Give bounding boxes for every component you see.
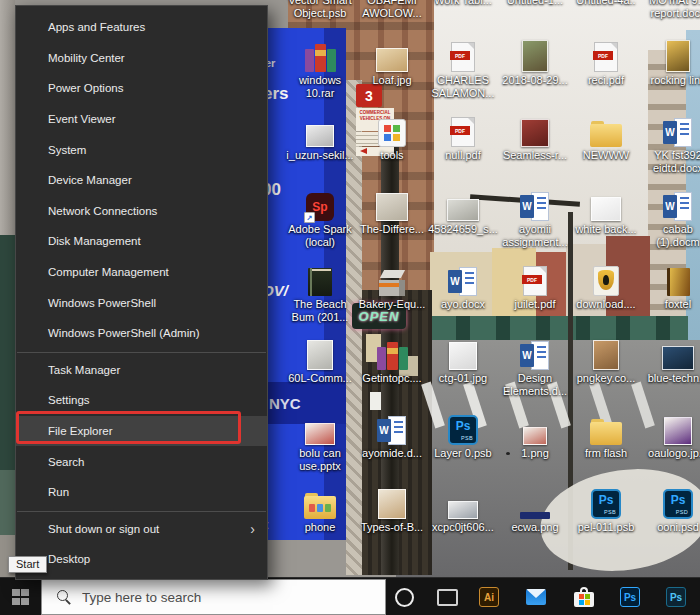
taskbar-button-mail[interactable]	[514, 578, 558, 615]
desktop-icon-ooni-psd[interactable]: PsPSDooni.psd	[644, 485, 700, 534]
word-icon: W	[377, 411, 407, 445]
menu-item-run[interactable]: Run	[16, 477, 267, 508]
desktop-icon-tools[interactable]: tools	[358, 113, 426, 162]
menu-item-system[interactable]: System	[16, 134, 267, 165]
desktop-icon-download[interactable]: download....	[572, 262, 640, 311]
desktop-icon-yk-fst392-eidtd-docx[interactable]: WYK fst392eidtd.docx	[644, 113, 700, 174]
desktop-icon-loaf-jpg[interactable]: Loaf.jpg	[358, 38, 426, 87]
desktop-icon-oaulogo-jp[interactable]: oaulogo.jp...	[644, 411, 700, 460]
desktop-icon-60l-comm[interactable]: 60L-Comm...	[286, 336, 354, 385]
desktop-icon-pel-011-psb[interactable]: PsPSBpel-011.psb	[572, 485, 640, 534]
taskbar-button-photoshop[interactable]: Ps	[608, 578, 652, 615]
menu-item-network-connections[interactable]: Network Connections	[16, 196, 267, 227]
pdf-page: PDF	[594, 42, 618, 72]
menu-item-device-manager[interactable]: Device Manager	[16, 165, 267, 196]
icon-label: The-Differe...	[360, 223, 424, 236]
desktop-icon-foxtel[interactable]: foxtel	[644, 262, 700, 311]
menu-item-disk-management[interactable]: Disk Management	[16, 226, 267, 257]
menu-item-windows-powershell[interactable]: Windows PowerShell	[16, 287, 267, 318]
desktop-icon-types-of-b[interactable]: Types-of-B...	[358, 485, 426, 534]
desktop-icon-newww[interactable]: NEWWW	[572, 113, 640, 162]
desktop-icon-ctg-01-jpg[interactable]: ctg-01.jpg	[429, 336, 497, 385]
menu-item-desktop[interactable]: Desktop	[16, 544, 267, 575]
desktop-icon-the-beach-bum-201[interactable]: The BeachBum (201...	[286, 262, 354, 323]
thumb-icon	[591, 187, 621, 221]
taskbar-button-store[interactable]	[562, 578, 606, 615]
desktop-icon-untitled-1[interactable]: Untitled-1...	[501, 0, 569, 7]
desktop-icon-charles-salamon[interactable]: PDFCHARLESSALAMON...	[429, 38, 497, 99]
desktop-icon-null-pdf[interactable]: PDFnull.pdf	[429, 113, 497, 162]
desktop-icon-layer-0-psb[interactable]: PsPSBLayer 0.psb	[429, 411, 497, 460]
desktop-icon-1-png[interactable]: 1.png	[501, 411, 569, 460]
menu-item-event-viewer[interactable]: Event Viewer	[16, 104, 267, 135]
taskbar-search[interactable]	[41, 579, 386, 615]
desktop-icon-white-back[interactable]: white back...	[572, 187, 640, 236]
icon-label: cabab(1).docm	[656, 223, 699, 248]
tv-mark-1	[459, 592, 462, 595]
menu-item-task-manager[interactable]: Task Manager	[16, 355, 267, 386]
desktop-icon-reci-pdf[interactable]: PDFreci.pdf	[572, 38, 640, 87]
icon-label: null.pdf	[445, 149, 480, 162]
menu-item-shut-down-or-sign-out[interactable]: Shut down or sign out›	[16, 514, 267, 545]
start-tooltip: Start	[8, 556, 47, 573]
taskbar-button-photoshop-alt[interactable]: Ps	[654, 578, 698, 615]
desktop-icon-2018-08-29[interactable]: 2018-08-29...	[501, 38, 569, 87]
desktop-icon-frm-flash[interactable]: frm flash	[572, 411, 640, 460]
desktop-icon-obafemi-awolow[interactable]: OBAFEMIAWOLOW...	[358, 0, 426, 19]
desktop-icon-45824659-s[interactable]: 45824659_s...	[429, 187, 497, 236]
icon-label-line: OBAFEMI	[362, 0, 422, 7]
icon-label: ayo.docx	[441, 298, 485, 311]
desktop-icon-ayo-docx[interactable]: Wayo.docx	[429, 262, 497, 311]
desktop-icon-seamless-r[interactable]: Seamless-r...	[501, 113, 569, 162]
desktop-icon-rocking-link[interactable]: rocking link	[644, 38, 700, 87]
icon-label: Layer 0.psb	[434, 447, 491, 460]
icon-label-line: ayomide.d...	[362, 447, 422, 460]
menu-item-computer-management[interactable]: Computer Management	[16, 257, 267, 288]
icon-label: ecwa.png	[511, 521, 558, 534]
icon-label-line: white back...	[575, 223, 636, 236]
desktop-icon-bolu-can-use-pptx[interactable]: bolu canuse.pptx	[286, 411, 354, 472]
desktop-icon-i-uzun-sekil[interactable]: i_uzun-sekil...	[286, 113, 354, 162]
image-thumbnail	[449, 342, 477, 370]
desktop-icon-work-tabl[interactable]: Work Tabl...	[429, 0, 497, 7]
tv-mark-2	[459, 600, 462, 603]
doc-line	[537, 207, 546, 209]
desktop-icon-cabab-1-docm[interactable]: Wcabab(1).docm	[644, 187, 700, 248]
desktop-icon-getintopc[interactable]: Getintopc....	[358, 336, 426, 385]
desktop-icon-the-differe[interactable]: The-Differe...	[358, 187, 426, 236]
taskbar-button-cortana[interactable]	[382, 578, 426, 615]
menu-item-apps-and-features[interactable]: Apps and Features	[16, 12, 267, 43]
desktop-icon-untitled-4a[interactable]: Untitled-4a..	[572, 0, 640, 7]
menu-item-label: Shut down or sign out	[48, 523, 159, 535]
icon-label: tools	[380, 149, 403, 162]
start-button[interactable]	[0, 578, 41, 615]
desktop-icon-xcpc0jt606[interactable]: xcpc0jt606...	[429, 485, 497, 534]
menu-item-windows-powershell-admin[interactable]: Windows PowerShell (Admin)	[16, 318, 267, 349]
thumb-icon	[307, 336, 333, 370]
image-thumbnail	[664, 417, 692, 445]
desktop-icon-ayomii-assignment[interactable]: Wayomiiassignment...	[501, 187, 569, 248]
search-input[interactable]	[80, 589, 364, 606]
desktop-icon-vector-smart-object-psb[interactable]: Vector SmartObject.psb	[286, 0, 354, 19]
desktop-icon-blue-techn[interactable]: blue-techn...	[644, 336, 700, 385]
desktop-icon-juilet-pdf[interactable]: PDFjuilet.pdf	[501, 262, 569, 311]
icon-label-line: ooni.psd	[657, 521, 699, 534]
menu-item-mobility-center[interactable]: Mobility Center	[16, 43, 267, 74]
menu-item-label: System	[48, 144, 86, 156]
desktop-icon-bakery-equ[interactable]: Bakery-Equ...	[358, 262, 426, 311]
spark-square: Sp↗	[306, 193, 334, 221]
desktop-icon-ecwa-png[interactable]: ecwa.png	[501, 485, 569, 534]
menu-item-power-options[interactable]: Power Options	[16, 73, 267, 104]
desktop-icon-mo-mat-9-report-docx[interactable]: MO'mAt 9...report.docx	[644, 0, 700, 19]
desktop-icon-pngkey-co[interactable]: pngkey.co...	[572, 336, 640, 385]
taskbar-button-illustrator[interactable]: Ai	[467, 578, 511, 615]
desktop-icon-ayomide-d[interactable]: Wayomide.d...	[358, 411, 426, 460]
desktop-icon-phone[interactable]: phone	[286, 485, 354, 534]
folder-body	[590, 422, 622, 445]
desktop-icon-design-elements-d[interactable]: WDesignElements.d...	[501, 336, 569, 397]
icon-label: CHARLESSALAMON...	[432, 74, 495, 99]
menu-item-search[interactable]: Search	[16, 446, 267, 477]
desktop-icon-windows-10-rar[interactable]: windows10.rar	[286, 38, 354, 99]
desktop-icon-adobe-spark-local[interactable]: Sp↗Adobe Spark(local)	[286, 187, 354, 248]
taskbar-button-task-view[interactable]	[425, 578, 469, 615]
